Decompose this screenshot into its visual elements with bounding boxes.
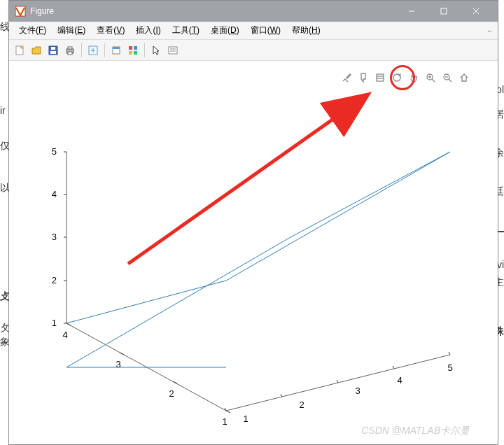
menu-view[interactable]: 查看(V)	[91, 22, 130, 38]
x-tick: 5	[447, 362, 452, 373]
dock-button[interactable]	[108, 43, 124, 58]
svg-line-49	[449, 352, 450, 355]
svg-rect-10	[68, 47, 72, 49]
watermark: CSDN @MATLAB卡尔曼	[361, 425, 470, 437]
x-tick: 3	[355, 386, 360, 396]
save-button[interactable]	[46, 43, 61, 58]
svg-line-46	[281, 394, 282, 397]
svg-line-40	[66, 323, 71, 325]
menu-window[interactable]: 窗口(W)	[245, 22, 286, 38]
minimize-button[interactable]	[396, 1, 428, 22]
toolbar	[9, 40, 498, 61]
figure-window: Figure 文件(F) 编辑(E) 查看(V) 插入(I) 工具(T) 桌面(…	[8, 0, 498, 445]
svg-rect-19	[169, 47, 177, 54]
line-series[interactable]	[66, 152, 450, 367]
y-tick: 3	[115, 359, 120, 369]
menu-help[interactable]: 帮助(H)	[286, 22, 326, 38]
menu-insert[interactable]: 插入(I)	[130, 22, 166, 38]
svg-rect-7	[50, 51, 56, 54]
window-title: Figure	[30, 6, 396, 16]
axes-3d[interactable]: 5 4 3 2 1 4 3 2 1 1 2 3 4 5	[9, 61, 499, 444]
cutoff-char: 以	[0, 182, 10, 195]
cutoff-char: 象	[0, 336, 10, 348]
svg-rect-11	[68, 52, 72, 55]
new-figure-button[interactable]	[12, 43, 27, 58]
svg-line-42	[173, 381, 177, 383]
print-button[interactable]	[62, 43, 78, 58]
cutoff-char: ir	[0, 105, 6, 116]
z-tick: 4	[52, 189, 57, 199]
svg-rect-17	[129, 51, 132, 55]
annotation-arrow	[128, 96, 366, 264]
pointer-button[interactable]	[148, 43, 164, 58]
svg-rect-16	[134, 46, 137, 50]
svg-line-48	[393, 366, 394, 369]
link-button[interactable]	[85, 43, 101, 58]
menu-tools[interactable]: 工具(T)	[167, 22, 205, 38]
svg-line-41	[120, 353, 124, 355]
app-icon	[15, 6, 26, 17]
x-tick: 4	[397, 375, 402, 386]
menu-desktop[interactable]: 桌面(D)	[205, 22, 245, 38]
y-tick: 2	[169, 388, 174, 399]
cutoff-char: 仅	[0, 140, 10, 153]
cutoff-char: 线	[0, 21, 10, 34]
z-tick: 1	[52, 318, 57, 328]
layout-button[interactable]	[125, 43, 141, 58]
z-tick: 3	[52, 232, 57, 242]
z-tick: 2	[52, 275, 57, 285]
open-button[interactable]	[29, 43, 44, 58]
svg-rect-14	[113, 47, 120, 49]
y-tick: 1	[222, 416, 227, 427]
insert-legend-button[interactable]	[165, 43, 181, 58]
z-tick: 5	[52, 146, 57, 157]
close-button[interactable]	[460, 1, 492, 22]
maximize-button[interactable]	[428, 1, 460, 22]
cutoff-char: 攵	[0, 322, 10, 334]
x-tick: 2	[299, 400, 304, 410]
titlebar: Figure	[9, 1, 498, 22]
menu-file[interactable]: 文件(F)	[13, 22, 52, 38]
y-tick: 4	[62, 330, 67, 340]
figure-canvas[interactable]: 5 4 3 2 1 4 3 2 1 1 2 3 4 5	[9, 61, 498, 444]
menubar: 文件(F) 编辑(E) 查看(V) 插入(I) 工具(T) 桌面(D) 窗口(W…	[9, 22, 498, 40]
cutoff-char: 攴	[0, 290, 10, 303]
x-tick: 1	[243, 414, 248, 424]
svg-rect-18	[134, 51, 137, 55]
svg-line-43	[226, 411, 230, 413]
menu-overflow-icon[interactable]: ←	[486, 27, 493, 34]
svg-rect-8	[51, 47, 55, 50]
svg-rect-15	[129, 46, 132, 50]
svg-line-47	[337, 380, 338, 383]
menu-edit[interactable]: 编辑(E)	[52, 22, 91, 38]
svg-rect-2	[441, 8, 447, 14]
